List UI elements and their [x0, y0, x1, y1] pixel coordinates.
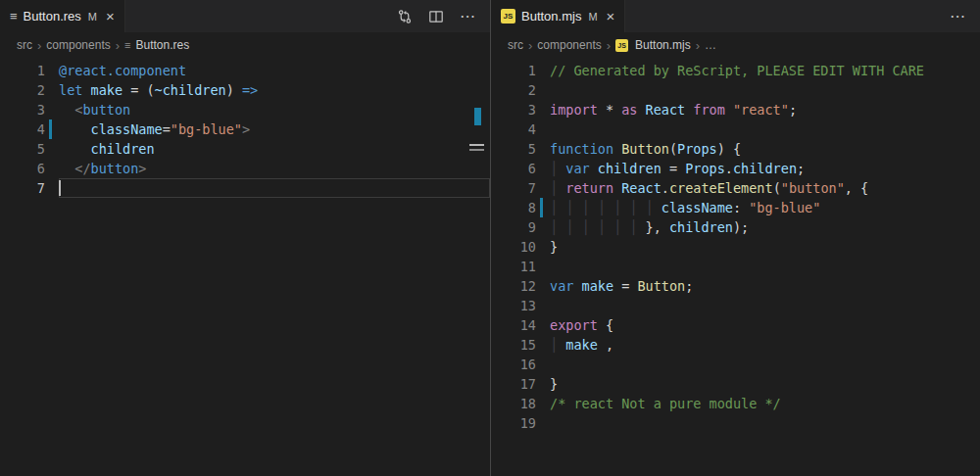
line-number[interactable]: 7 [0, 178, 45, 198]
code-line-9[interactable]: 9│ │ │ │ │ │ }, children); [491, 217, 980, 237]
code-line-content[interactable]: @react.component [59, 61, 490, 80]
code-line-content[interactable] [550, 413, 980, 433]
line-number[interactable]: 16 [491, 355, 536, 374]
code-line-content[interactable]: } [550, 237, 980, 257]
code-line-content[interactable]: var make = Button; [550, 276, 980, 296]
code-line-5[interactable]: 5function Button(Props) { [491, 139, 980, 159]
code-line-15[interactable]: 15│ make , [491, 335, 980, 355]
close-icon[interactable]: × [607, 9, 615, 24]
close-icon[interactable]: × [106, 9, 115, 24]
breadcrumb-item-src[interactable]: src [508, 38, 523, 52]
open-changes-icon[interactable] [397, 9, 413, 24]
line-number[interactable]: 11 [491, 257, 536, 276]
line-number[interactable]: 4 [491, 119, 536, 139]
code-line-content[interactable]: <button [59, 100, 490, 119]
code-line-14[interactable]: 14export { [491, 315, 980, 335]
code-token [59, 121, 91, 137]
code-line-content[interactable] [550, 80, 980, 100]
code-line-content[interactable]: </button> [59, 159, 490, 178]
line-number[interactable]: 17 [491, 374, 536, 394]
code-line-content[interactable]: // Generated by ReScript, PLEASE EDIT WI… [550, 61, 980, 80]
breadcrumb-item-components[interactable]: components [537, 38, 601, 52]
code-line-12[interactable]: 12var make = Button; [491, 276, 980, 296]
code-line-16[interactable]: 16 [491, 355, 980, 374]
line-number[interactable]: 4 [0, 119, 45, 139]
line-number[interactable]: 2 [0, 80, 45, 100]
code-line-content[interactable]: │ make , [550, 335, 980, 355]
code-line-6[interactable]: 6│ var children = Props.children; [491, 159, 980, 178]
line-number[interactable]: 7 [491, 178, 536, 198]
tab-button-mjs[interactable]: JS Button.mjs M × [491, 0, 625, 32]
vscode-workbench: ≡ Button.res M × ⋯ [0, 0, 980, 476]
line-number[interactable]: 6 [0, 159, 45, 178]
code-line-7[interactable]: 7 [0, 178, 490, 198]
breadcrumb-item-symbol[interactable]: … [705, 38, 716, 52]
line-number[interactable]: 6 [491, 159, 536, 178]
split-editor-icon[interactable] [428, 9, 444, 24]
code-line-2[interactable]: 2let make = (~children) => [0, 80, 490, 100]
code-line-content[interactable]: let make = (~children) => [59, 80, 490, 100]
line-number[interactable]: 1 [0, 61, 45, 80]
line-number[interactable]: 13 [491, 296, 536, 315]
code-line-8[interactable]: 8│ │ │ │ │ │ │ className: "bg-blue" [491, 198, 980, 217]
line-number[interactable]: 10 [491, 237, 536, 257]
code-line-content[interactable]: import * as React from "react"; [550, 100, 980, 119]
code-token: ) { [717, 141, 741, 157]
code-editor-left[interactable]: 1@react.component2let make = (~children)… [0, 58, 490, 198]
code-line-content[interactable]: /* react Not a pure module */ [550, 394, 980, 413]
code-line-19[interactable]: 19 [491, 413, 980, 433]
more-actions-icon[interactable]: ⋯ [950, 9, 966, 24]
code-line-3[interactable]: 3 <button [0, 100, 490, 119]
line-number[interactable]: 2 [491, 80, 536, 100]
line-number[interactable]: 1 [491, 61, 536, 80]
code-line-3[interactable]: 3import * as React from "react"; [491, 100, 980, 119]
more-actions-icon[interactable]: ⋯ [460, 9, 476, 24]
code-line-7[interactable]: 7│ return React.createElement("button", … [491, 178, 980, 198]
code-line-13[interactable]: 13 [491, 296, 980, 315]
line-number[interactable]: 5 [0, 139, 45, 159]
line-number[interactable]: 18 [491, 394, 536, 413]
code-line-content[interactable]: │ return React.createElement("button", { [550, 178, 980, 198]
line-number[interactable]: 15 [491, 335, 536, 355]
code-line-content[interactable] [550, 296, 980, 315]
breadcrumb-item-file[interactable]: Button.res [135, 38, 189, 52]
code-line-content[interactable]: function Button(Props) { [550, 139, 980, 159]
code-line-content[interactable]: export { [550, 315, 980, 335]
code-editor-right[interactable]: 1// Generated by ReScript, PLEASE EDIT W… [491, 58, 980, 433]
breadcrumb-item-components[interactable]: components [46, 38, 110, 52]
code-line-content[interactable]: className="bg-blue"> [59, 119, 490, 139]
code-line-17[interactable]: 17} [491, 374, 980, 394]
code-line-1[interactable]: 1// Generated by ReScript, PLEASE EDIT W… [491, 61, 980, 80]
code-line-content[interactable] [59, 178, 490, 198]
code-line-content[interactable] [550, 119, 980, 139]
code-line-content[interactable]: children [59, 139, 490, 159]
code-token: > [242, 121, 250, 137]
code-line-content[interactable]: │ var children = Props.children; [550, 159, 980, 178]
code-line-1[interactable]: 1@react.component [0, 61, 490, 80]
javascript-file-icon: JS [615, 39, 628, 52]
breadcrumb-item-file[interactable]: Button.mjs [635, 38, 691, 52]
code-line-4[interactable]: 4 className="bg-blue"> [0, 119, 490, 139]
code-line-content[interactable]: } [550, 374, 980, 394]
line-number[interactable]: 8 [491, 198, 536, 217]
line-number[interactable]: 19 [491, 413, 536, 433]
line-number[interactable]: 9 [491, 217, 536, 237]
line-number[interactable]: 3 [0, 100, 45, 119]
code-line-2[interactable]: 2 [491, 80, 980, 100]
code-line-content[interactable]: │ │ │ │ │ │ }, children); [550, 217, 980, 237]
line-number[interactable]: 14 [491, 315, 536, 335]
code-line-11[interactable]: 11 [491, 257, 980, 276]
code-line-content[interactable]: │ │ │ │ │ │ │ className: "bg-blue" [550, 198, 980, 217]
line-number[interactable]: 12 [491, 276, 536, 296]
code-line-10[interactable]: 10} [491, 237, 980, 257]
code-line-6[interactable]: 6 </button> [0, 159, 490, 178]
line-number[interactable]: 5 [491, 139, 536, 159]
line-number[interactable]: 3 [491, 100, 536, 119]
code-line-content[interactable] [550, 257, 980, 276]
code-line-18[interactable]: 18/* react Not a pure module */ [491, 394, 980, 413]
breadcrumb-item-src[interactable]: src [17, 38, 32, 52]
code-line-5[interactable]: 5 children [0, 139, 490, 159]
tab-button-res[interactable]: ≡ Button.res M × [0, 0, 125, 32]
code-line-content[interactable] [550, 355, 980, 374]
code-line-4[interactable]: 4 [491, 119, 980, 139]
